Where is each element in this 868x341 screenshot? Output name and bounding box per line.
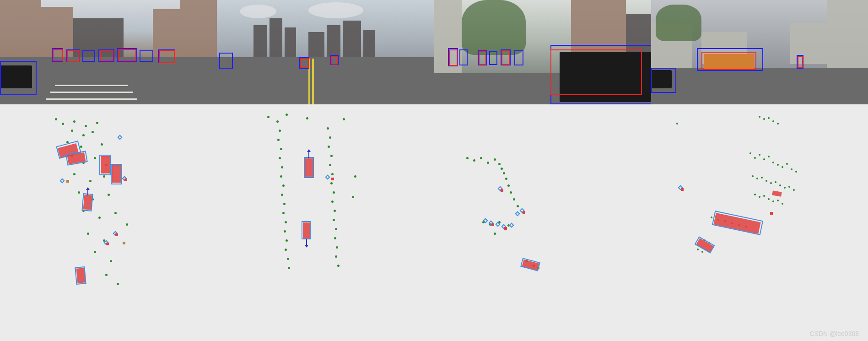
bev-vehicle-pred: [772, 190, 782, 196]
bev-vehicle-gt: [99, 155, 111, 175]
visualization-grid: [0, 0, 868, 341]
detection-bbox: [701, 52, 756, 70]
detection-bbox: [798, 56, 803, 68]
bev-vehicle-gt: [111, 164, 122, 184]
bev-vehicle-gt: [75, 266, 86, 285]
detection-bbox: [479, 51, 486, 65]
detection-bbox: [550, 49, 642, 95]
bev-pedestrian-marker: [117, 135, 122, 140]
bev-map-scene1: [0, 104, 217, 341]
bev-map-scene4: [651, 104, 868, 341]
detection-bbox: [489, 51, 497, 65]
detection-bbox: [514, 50, 523, 65]
detection-bbox: [140, 50, 153, 62]
detection-bbox: [159, 50, 175, 63]
detection-bbox: [53, 49, 63, 61]
detection-bbox: [0, 61, 37, 95]
bev-vehicle-gt: [302, 221, 311, 239]
bev-vehicle-gt: [520, 258, 540, 271]
detection-bbox: [331, 56, 338, 65]
camera-view-scene1: [0, 0, 217, 104]
bev-pedestrian-marker: [509, 222, 514, 227]
bev-pedestrian-marker: [59, 178, 65, 183]
bev-vehicle-gt: [694, 236, 715, 253]
camera-view-scene4: [651, 0, 868, 104]
bev-map-scene3: [434, 104, 651, 341]
bev-vehicle-gt: [304, 157, 314, 178]
detection-bbox: [100, 50, 113, 61]
bev-pedestrian-marker: [325, 174, 330, 179]
detection-bbox: [501, 50, 510, 65]
detection-bbox: [118, 49, 136, 61]
camera-view-scene2: [217, 0, 434, 104]
watermark-text: CSDN @leo0308: [809, 330, 859, 337]
detection-bbox: [82, 50, 95, 62]
detection-bbox: [459, 49, 468, 65]
detection-bbox: [651, 68, 676, 93]
bev-vehicle-gt: [712, 211, 763, 235]
bev-vehicle-gt: [81, 193, 93, 211]
detection-bbox: [67, 50, 80, 62]
bev-map-scene2: [217, 104, 434, 341]
camera-view-scene3: [434, 0, 651, 104]
bev-pedestrian-marker: [515, 211, 520, 216]
detection-bbox: [219, 53, 233, 69]
detection-bbox: [449, 49, 458, 66]
detection-bbox: [300, 58, 309, 68]
